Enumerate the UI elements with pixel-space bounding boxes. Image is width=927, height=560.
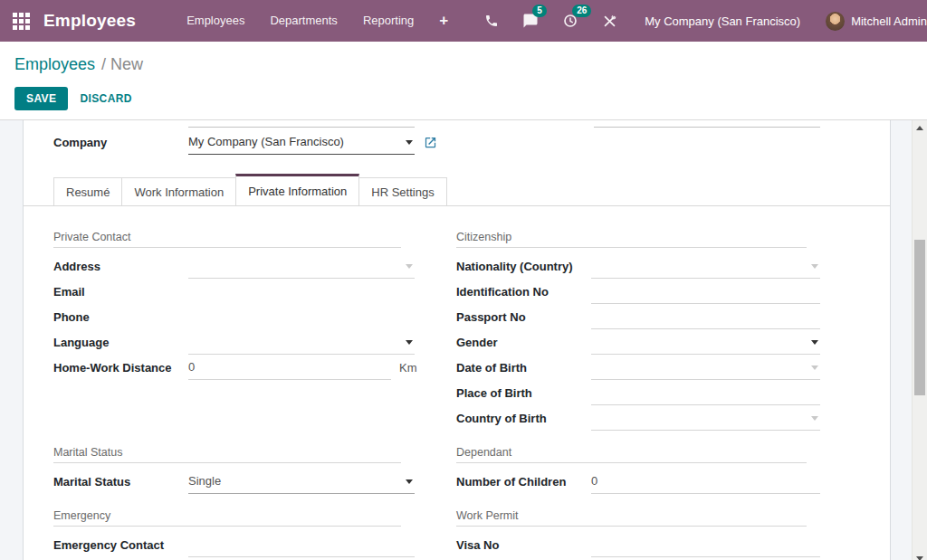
section-citizenship: Citizenship [456,231,807,248]
phone-input[interactable] [188,304,415,329]
gender-label: Gender [456,329,591,355]
identification-no-input[interactable] [591,279,820,304]
visa-no-label: Visa No [456,532,591,557]
emergency-contact-label: Emergency Contact [53,532,188,557]
field-row-language: Language [53,329,415,355]
country-of-birth-label: Country of Birth [456,405,591,431]
passport-no-label: Passport No [456,304,591,329]
gender-select[interactable] [591,329,820,355]
tools-icon[interactable] [602,14,617,29]
field-row-passport-no: Passport No [456,304,820,329]
breadcrumb-separator: / [101,55,106,73]
scroll-down-arrow-icon[interactable] [916,556,923,560]
dropdown-caret-icon [811,416,818,421]
main-menu: Employees Departments Reporting + [174,0,461,42]
home-work-distance-label: Home-Work Distance [53,355,188,380]
messages-icon[interactable]: 5 [522,13,539,29]
menu-employees[interactable]: Employees [174,0,257,42]
address-input[interactable] [188,253,415,279]
apps-grid-icon[interactable] [13,13,30,30]
tab-private-information[interactable]: Private Information [235,174,359,205]
emergency-contact-input[interactable] [188,532,415,557]
visa-no-input[interactable] [591,532,820,557]
place-of-birth-label: Place of Birth [456,380,591,405]
tab-hr-settings[interactable]: HR Settings [358,177,446,205]
section-dependant: Dependant [456,446,807,463]
home-work-distance-field: 0 Km [188,355,415,380]
number-of-children-input[interactable]: 0 [591,469,820,494]
language-label: Language [53,329,188,355]
field-row-emergency-contact: Emergency Contact [53,532,415,557]
address-label: Address [53,253,188,279]
tab-resume[interactable]: Resumé [53,177,122,205]
cutoff-field-left[interactable] [188,127,415,128]
form-sheet: Company My Company (San Francisco) Resum… [23,120,891,560]
field-row-number-of-children: Number of Children 0 [456,469,820,494]
messages-badge: 5 [532,5,547,17]
marital-status-value: Single [188,474,221,488]
user-menu[interactable]: Mitchell Admin [851,14,927,28]
passport-no-input[interactable] [591,304,820,329]
number-of-children-value: 0 [591,474,597,488]
form-view: Company My Company (San Francisco) Resum… [0,120,927,560]
country-of-birth-input[interactable] [591,405,820,431]
nationality-input[interactable] [591,253,820,279]
company-field-input[interactable]: My Company (San Francisco) [188,129,415,155]
dropdown-caret-icon [406,140,413,145]
home-work-distance-value: 0 [188,360,195,374]
company-switcher[interactable]: My Company (San Francisco) [645,14,800,28]
control-panel: Employees/New SAVE DISCARD [0,42,927,120]
dropdown-caret-icon [406,479,413,484]
breadcrumb-current: New [110,55,143,73]
dropdown-caret-icon [811,264,818,269]
company-field-label: Company [53,136,188,149]
dropdown-caret-icon [406,340,413,345]
email-label: Email [53,279,188,304]
menu-reporting[interactable]: Reporting [350,0,426,42]
field-row-marital-status: Marital Status Single [53,469,415,494]
dropdown-caret-icon [406,264,413,269]
company-field-row: Company My Company (San Francisco) [53,129,437,155]
field-row-gender: Gender [456,329,820,355]
scrollbar[interactable] [912,120,927,560]
activities-icon[interactable]: 26 [562,13,578,29]
app-name[interactable]: Employees [43,11,136,31]
date-of-birth-label: Date of Birth [456,355,591,380]
scroll-up-arrow-icon[interactable] [916,126,923,130]
breadcrumb-employees-link[interactable]: Employees [14,55,95,73]
date-of-birth-input[interactable] [591,355,820,380]
save-button[interactable]: SAVE [14,87,68,110]
section-work-permit: Work Permit [456,509,807,527]
notebook-tabs: Resumé Work Information Private Informat… [24,175,890,206]
dropdown-caret-icon [811,340,818,345]
external-link-icon[interactable] [424,136,437,149]
field-row-phone: Phone [53,304,415,329]
field-row-address: Address [53,253,415,279]
phone-label: Phone [53,304,188,329]
discard-button[interactable]: DISCARD [68,87,143,110]
breadcrumb: Employees/New [14,52,913,76]
email-input[interactable] [188,279,415,304]
private-information-page: Private Contact Address Email Phone [53,231,860,560]
number-of-children-label: Number of Children [456,469,591,494]
section-private-contact: Private Contact [53,231,401,248]
nationality-label: Nationality (Country) [456,253,591,279]
systray: 5 26 My Company (San Francisco) Mitchell… [461,12,927,31]
home-work-distance-input[interactable]: 0 [188,355,391,380]
language-select[interactable] [188,329,415,355]
menu-departments[interactable]: Departments [257,0,349,42]
avatar[interactable] [826,12,845,31]
section-emergency: Emergency [53,509,401,527]
marital-status-label: Marital Status [53,469,188,494]
phone-icon[interactable] [484,14,499,28]
marital-status-select[interactable]: Single [188,469,415,494]
field-row-identification-no: Identification No [456,279,820,304]
field-row-visa-no: Visa No [456,532,820,557]
place-of-birth-input[interactable] [591,380,820,405]
scrollbar-thumb[interactable] [914,240,925,395]
tab-work-information[interactable]: Work Information [121,177,236,205]
company-field-value: My Company (San Francisco) [188,135,344,148]
menu-plus-button[interactable]: + [426,0,461,42]
field-row-home-work-distance: Home-Work Distance 0 Km [53,355,415,380]
cutoff-field-right[interactable] [594,127,820,128]
